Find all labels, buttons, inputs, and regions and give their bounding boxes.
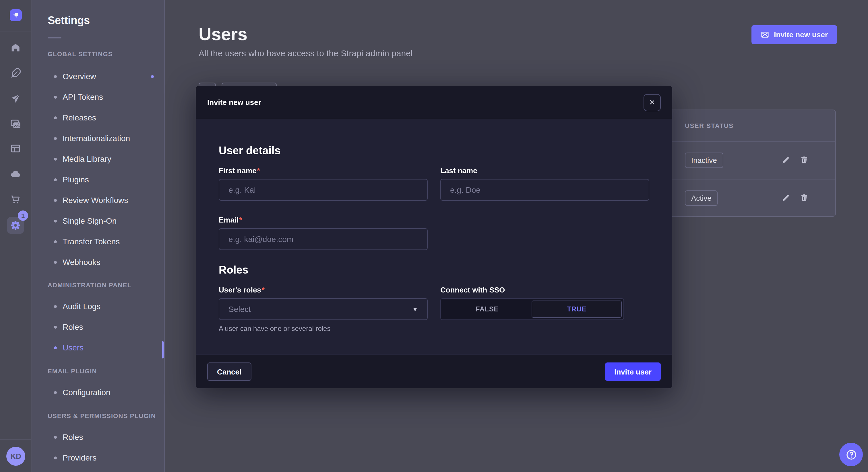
- connect-sso-label: Connect with SSO: [440, 285, 649, 294]
- email-field-group: Email*: [219, 216, 428, 250]
- modal-footer: Cancel Invite user: [196, 355, 672, 388]
- roles-select-value: Select: [228, 305, 251, 314]
- email-label: Email*: [219, 216, 428, 224]
- modal-body: User details First name* Last name Email…: [196, 144, 672, 333]
- required-asterisk: *: [239, 216, 242, 224]
- first-name-input[interactable]: [219, 179, 428, 201]
- modal-header: Invite new user ×: [196, 86, 672, 119]
- sso-field-group: Connect with SSO FALSE TRUE: [440, 285, 649, 333]
- email-input[interactable]: [219, 228, 428, 250]
- required-asterisk: *: [262, 285, 265, 294]
- first-name-field-group: First name*: [219, 166, 428, 201]
- first-name-label: First name*: [219, 166, 428, 175]
- user-roles-label: User's roles*: [219, 285, 428, 294]
- sso-toggle-false[interactable]: FALSE: [443, 301, 532, 318]
- cancel-button[interactable]: Cancel: [207, 363, 251, 381]
- roles-hint: A user can have one or several roles: [219, 325, 428, 333]
- invite-user-modal: Invite new user × User details First nam…: [196, 86, 672, 388]
- roles-heading: Roles: [219, 264, 649, 276]
- close-icon: ×: [649, 98, 655, 107]
- invite-user-submit-button[interactable]: Invite user: [605, 363, 661, 381]
- user-details-heading: User details: [219, 144, 649, 157]
- last-name-field-group: Last name: [440, 166, 649, 201]
- chevron-down-icon: ▼: [412, 306, 418, 312]
- close-button[interactable]: ×: [644, 94, 661, 111]
- last-name-label: Last name: [440, 166, 649, 175]
- modal-title: Invite new user: [207, 98, 261, 107]
- strapi-admin: 1 KD Settings GLOBAL SETTINGS Overview A…: [0, 0, 868, 472]
- sso-toggle-true[interactable]: TRUE: [532, 301, 622, 318]
- last-name-input[interactable]: [440, 179, 649, 201]
- sso-toggle: FALSE TRUE: [440, 298, 624, 320]
- required-asterisk: *: [257, 166, 260, 175]
- roles-select[interactable]: Select ▼: [219, 298, 428, 320]
- roles-field-group: User's roles* Select ▼ A user can have o…: [219, 285, 428, 333]
